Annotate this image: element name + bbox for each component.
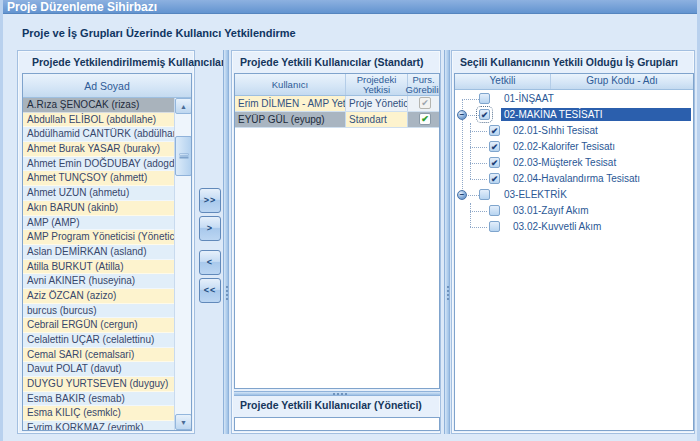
tree-node-label[interactable]: 02.04-Havalandırma Tesisatı <box>510 172 643 185</box>
list-item-user[interactable]: DUYGU YURTSEVEN (duyguy) <box>23 377 174 392</box>
splitter-dots <box>226 286 228 288</box>
list-item-user[interactable]: Avni AKINER (huseyina) <box>23 274 174 289</box>
column-header-grup-kodu[interactable]: Grup Kodu - Adı <box>551 74 693 89</box>
tree-node-label[interactable]: 02-MAKİNA TESİSATI <box>501 108 691 121</box>
work-groups-panel-title: Seçili Kullanıcının Yetkili Olduğu İş Gr… <box>460 56 678 68</box>
tree-row[interactable]: 01-İNŞAAT <box>455 91 693 107</box>
tree-row[interactable]: ✔02.02-Kalorifer Tesisatı <box>455 139 693 155</box>
work-groups-tree-rows: 01-İNŞAAT−✔02-MAKİNA TESİSATI✔02.01-Sıhh… <box>455 91 693 430</box>
vertical-scrollbar[interactable]: ▲ ▼ <box>174 98 191 430</box>
list-item-user[interactable]: Cebrail ERGÜN (cergun) <box>23 318 174 333</box>
list-item-user[interactable]: Abdullah ELİBOL (abdullahe) <box>23 113 174 128</box>
tree-row[interactable]: 03.01-Zayıf Akım <box>455 203 693 219</box>
standard-users-table-header: Kullanıcı Projedeki Yetkisi Purs. Görebi… <box>235 74 439 96</box>
checkbox-disabled-checked-icon: ✔ <box>419 97 431 109</box>
column-header-kullanici[interactable]: Kullanıcı <box>235 74 346 95</box>
cell-can-view: ✔ <box>408 112 439 127</box>
window-titlebar[interactable]: Proje Düzenleme Sihirbazı <box>0 0 700 14</box>
tree-row[interactable]: ✔02.03-Müşterek Tesisat <box>455 155 693 171</box>
cell-role[interactable]: Standart <box>346 112 408 127</box>
tree-checkbox-checked[interactable]: ✔ <box>489 173 500 184</box>
splitter-dots <box>333 393 335 395</box>
list-item-user[interactable]: AMP (AMP) <box>23 216 174 231</box>
standard-users-panel: Projede Yetkili Kullanıcılar (Standart) … <box>231 50 441 434</box>
checkbox-checked-icon[interactable]: ✔ <box>419 113 431 125</box>
scroll-down-icon[interactable]: ▼ <box>175 414 192 430</box>
column-header-ad-soyad[interactable]: Ad Soyad <box>23 74 191 98</box>
table-row[interactable]: Erim DİLMEN - AMP YetkilisProje Yönetici… <box>235 96 439 112</box>
tree-node-label[interactable]: 02.02-Kalorifer Tesisatı <box>510 140 618 153</box>
tree-row[interactable]: −03-ELEKTRİK <box>455 187 693 203</box>
unassigned-users-list[interactable]: Ad Soyad A.Rıza ŞENOCAK (rizas)Abdullah … <box>22 73 192 431</box>
tree-checkbox-checked[interactable]: ✔ <box>489 157 500 168</box>
tree-checkbox-unchecked[interactable] <box>479 189 490 200</box>
manager-users-table[interactable] <box>234 417 440 431</box>
tree-row[interactable]: −✔02-MAKİNA TESİSATI <box>455 107 693 123</box>
list-item-user[interactable]: Akın BARUN (akinb) <box>23 201 174 216</box>
cell-user[interactable]: Erim DİLMEN - AMP Yetkilis <box>235 96 346 111</box>
column-header-yetkili[interactable]: Yetkili <box>455 74 551 89</box>
splitter-right[interactable] <box>444 50 450 434</box>
cell-can-view: ✔ <box>408 96 439 111</box>
list-item-user[interactable]: Aziz ÖZCAN (azizo) <box>23 289 174 304</box>
list-item-user[interactable]: Ahmet Emin DOĞDUBAY (adogdubay) <box>23 157 174 172</box>
list-item-user[interactable]: burcus (burcus) <box>23 304 174 319</box>
tree-row[interactable]: ✔02.01-Sıhhi Tesisat <box>455 123 693 139</box>
list-item-user[interactable]: Ahmet Burak YASAR (buraky) <box>23 142 174 157</box>
tree-node-label[interactable]: 02.01-Sıhhi Tesisat <box>510 124 601 137</box>
list-item-user[interactable]: Ahmet TUNÇSOY (ahmett) <box>23 171 174 186</box>
tree-node-label[interactable]: 02.03-Müşterek Tesisat <box>510 156 619 169</box>
move-all-right-button[interactable]: >> <box>199 188 221 213</box>
tree-node-label[interactable]: 01-İNŞAAT <box>501 92 557 105</box>
work-groups-tree-header: Yetkili Grup Kodu - Adı <box>455 74 693 90</box>
list-item-user[interactable]: Esma BAKIR (esmab) <box>23 392 174 407</box>
collapse-minus-icon[interactable]: − <box>457 110 467 120</box>
splitter-horizontal[interactable] <box>234 391 440 396</box>
cell-role[interactable]: Proje Yöneticisi <box>346 96 408 111</box>
tree-checkbox-checked[interactable]: ✔ <box>489 141 500 152</box>
tree-checkbox-checked[interactable]: ✔ <box>489 125 500 136</box>
standard-users-table-rows: Erim DİLMEN - AMP YetkilisProje Yönetici… <box>235 96 439 128</box>
work-groups-panel: Seçili Kullanıcının Yetkili Olduğu İş Gr… <box>451 50 695 434</box>
tree-node-label[interactable]: 03.01-Zayıf Akım <box>510 204 592 217</box>
work-groups-tree[interactable]: Yetkili Grup Kodu - Adı 01-İNŞAAT−✔02-MA… <box>454 73 694 431</box>
tree-checkbox-unchecked[interactable] <box>479 93 490 104</box>
scroll-up-icon[interactable]: ▲ <box>175 98 192 114</box>
tree-checkbox-unchecked[interactable] <box>489 221 500 232</box>
standard-users-table[interactable]: Kullanıcı Projedeki Yetkisi Purs. Görebi… <box>234 73 440 389</box>
column-header-projedeki-yetkisi[interactable]: Projedeki Yetkisi <box>346 74 408 95</box>
scrollbar-thumb[interactable] <box>175 136 192 176</box>
list-item-user[interactable]: AMP Program Yöneticisi (Yönetici) <box>23 230 174 245</box>
tree-node-label[interactable]: 03-ELEKTRİK <box>501 188 570 201</box>
list-item-user[interactable]: Abdülhamid CANTÜRK (abdülhamidc) <box>23 127 174 142</box>
unassigned-users-panel-title: Projede Yetkilendirilmemiş Kullanıcılar <box>32 56 225 68</box>
splitter-dots <box>447 286 449 288</box>
scrollbar-grip <box>180 154 188 155</box>
cell-user[interactable]: EYÜP GÜL (eyupg) <box>235 112 346 127</box>
move-left-button[interactable]: < <box>199 250 221 275</box>
move-right-button[interactable]: > <box>199 216 221 241</box>
list-item-user[interactable]: Cemal SARI (cemalsari) <box>23 348 174 363</box>
list-item-user[interactable]: A.Rıza ŞENOCAK (rizas) <box>23 98 174 113</box>
column-header-purs-gorebilir[interactable]: Purs. Görebilir <box>408 74 439 95</box>
tree-row[interactable]: ✔02.04-Havalandırma Tesisatı <box>455 171 693 187</box>
list-item-user[interactable]: Davut POLAT (davut) <box>23 362 174 377</box>
tree-row[interactable]: 03.02-Kuvvetli Akım <box>455 219 693 235</box>
list-item-user[interactable]: Atilla BURKUT (Atilla) <box>23 260 174 275</box>
splitter-left[interactable] <box>223 50 229 434</box>
manager-users-panel-title: Projede Yetkili Kullanıcılar (Yönetici) <box>240 399 422 411</box>
tree-checkbox-unchecked[interactable] <box>489 205 500 216</box>
list-item-user[interactable]: Celalettin UÇAR (celalettinu) <box>23 333 174 348</box>
collapse-minus-icon[interactable]: − <box>457 190 467 200</box>
move-all-left-button[interactable]: << <box>199 278 221 303</box>
list-item-user[interactable]: Evrim KORKMAZ (evrimk) <box>23 421 174 430</box>
unassigned-user-list-rows: A.Rıza ŞENOCAK (rizas)Abdullah ELİBOL (a… <box>23 98 174 430</box>
list-item-user[interactable]: Aslan DEMİRKAN (asland) <box>23 245 174 260</box>
table-row[interactable]: EYÜP GÜL (eyupg)Standart✔ <box>235 112 439 128</box>
page-title: Proje ve İş Grupları Üzerinde Kullanıcı … <box>22 27 296 39</box>
tree-checkbox-checked[interactable]: ✔ <box>479 109 490 120</box>
list-item-user[interactable]: Ahmet UZUN (ahmetu) <box>23 186 174 201</box>
tree-node-label[interactable]: 03.02-Kuvvetli Akım <box>510 220 604 233</box>
list-item-user[interactable]: Esma KILIÇ (esmklc) <box>23 406 174 421</box>
unassigned-users-panel: Projede Yetkilendirilmemiş Kullanıcılar … <box>17 50 195 434</box>
